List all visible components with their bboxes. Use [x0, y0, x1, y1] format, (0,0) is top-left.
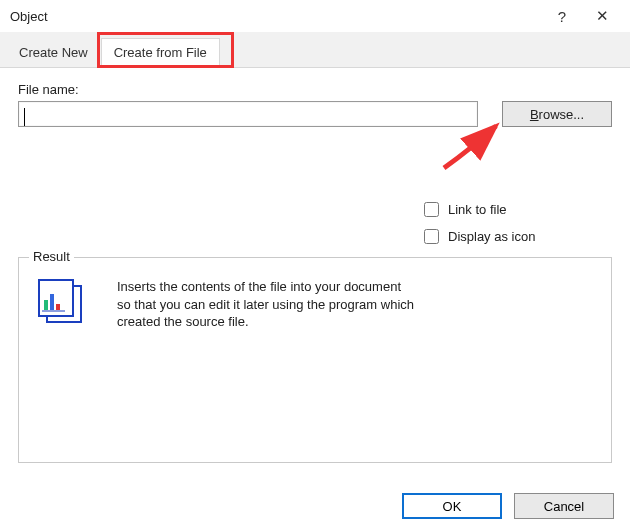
link-to-file-row: Link to file [420, 199, 630, 220]
svg-rect-2 [44, 300, 48, 310]
help-button[interactable]: ? [542, 1, 582, 31]
close-button[interactable]: ✕ [582, 1, 622, 31]
titlebar: Object ? ✕ [0, 0, 630, 32]
help-icon: ? [558, 8, 566, 25]
svg-rect-3 [50, 294, 54, 310]
display-as-icon-label: Display as icon [448, 229, 535, 244]
tab-create-new[interactable]: Create New [6, 38, 101, 68]
browse-rest: rowse... [539, 107, 585, 122]
embedded-document-icon [35, 278, 91, 328]
browse-button[interactable]: Browse... [502, 101, 612, 127]
text-cursor [24, 108, 25, 126]
result-description: Inserts the contents of the file into yo… [117, 278, 417, 331]
cancel-button[interactable]: Cancel [514, 493, 614, 519]
svg-rect-4 [56, 304, 60, 310]
display-as-icon-checkbox[interactable] [424, 229, 439, 244]
link-to-file-checkbox[interactable] [424, 202, 439, 217]
tab-create-from-file[interactable]: Create from File [101, 38, 220, 68]
ok-button[interactable]: OK [402, 493, 502, 519]
tab-strip: Create New Create from File [0, 32, 630, 68]
result-legend: Result [29, 249, 74, 264]
file-row: Browse... [18, 101, 612, 127]
file-name-label: File name: [18, 82, 612, 97]
browse-underline: B [530, 107, 539, 122]
window-title: Object [10, 9, 542, 24]
display-as-icon-row: Display as icon [420, 226, 630, 247]
close-icon: ✕ [596, 7, 609, 25]
file-name-input[interactable] [18, 101, 478, 127]
result-group: Result Inserts the contents of the file … [18, 257, 612, 463]
dialog-body: File name: Browse... [0, 68, 630, 135]
options-group: Link to file Display as icon [420, 199, 630, 247]
link-to-file-label: Link to file [448, 202, 507, 217]
dialog-footer: OK Cancel [402, 493, 614, 519]
